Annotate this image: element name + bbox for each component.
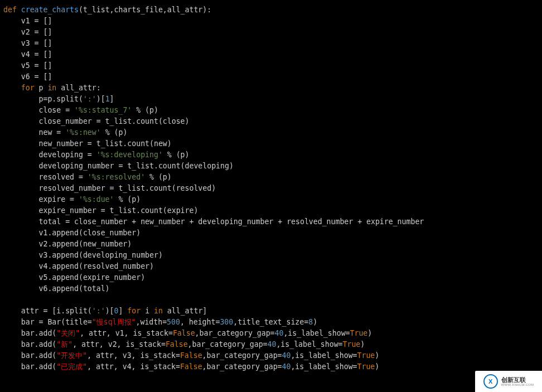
bool-literal: False xyxy=(166,340,188,349)
code-line: v4.append(resolved_number) xyxy=(3,262,154,270)
string-literal: ':' xyxy=(92,307,105,315)
number-literal: 40 xyxy=(282,351,291,360)
code-line: v3 = [] xyxy=(3,39,52,47)
string-literal: '%s:resolved' xyxy=(88,173,145,181)
code-line: resolved = '%s:resolved' % (p) xyxy=(3,173,172,181)
string-literal: ':' xyxy=(83,95,96,103)
logo-cn: 创新互联 xyxy=(501,376,534,383)
code-line: bar.add("已完成", attr, v4, is_stack=False,… xyxy=(3,362,379,371)
string-literal: "慢sql周报" xyxy=(92,318,136,326)
string-literal: '%s:due' xyxy=(79,195,114,204)
code-line: total = close_number + new_number + deve… xyxy=(3,217,424,226)
code-line: attr = [i.split(':')[0] for i in all_att… xyxy=(3,307,207,315)
logo-en: WWW.XNHLW.COM xyxy=(501,383,534,387)
bool-literal: False xyxy=(173,329,195,337)
code-line: new_number = t_list.count(new) xyxy=(3,139,172,148)
bool-literal: True xyxy=(350,329,368,337)
code-line: bar.add("新", attr, v2, is_stack=False,ba… xyxy=(3,340,365,349)
keyword-def: def xyxy=(3,6,17,14)
logo-text: 创新互联 WWW.XNHLW.COM xyxy=(501,376,534,387)
code-line: v3.append(developing_number) xyxy=(3,251,163,259)
code-line: close = '%s:status_7' % (p) xyxy=(3,106,158,114)
code-line: p=p.split(':')[1] xyxy=(3,95,114,103)
keyword-in: in xyxy=(154,307,163,315)
string-literal: '%s:status_7' xyxy=(74,106,132,114)
number-literal: 40 xyxy=(275,329,284,337)
code-line: v1 = [] xyxy=(3,17,52,25)
logo-icon: X xyxy=(483,374,498,389)
string-literal: "关闭" xyxy=(56,329,80,337)
code-line: developing_number = t_list.count(develop… xyxy=(3,162,234,170)
number-literal: 40 xyxy=(268,340,277,349)
code-line: v6.append(total) xyxy=(3,284,110,293)
code-line: for p in all_attr: xyxy=(3,84,101,92)
bool-literal: True xyxy=(357,362,375,371)
code-line: expire_number = t_list.count(expire) xyxy=(3,206,198,215)
code-line: bar.add("关闭", attr, v1, is_stack=False,b… xyxy=(3,329,372,337)
number-literal: 1 xyxy=(105,95,110,103)
string-literal: '%s:developing' xyxy=(96,151,163,159)
bool-literal: False xyxy=(180,362,202,371)
number-literal: 8 xyxy=(308,318,313,326)
bool-literal: True xyxy=(343,340,361,349)
number-literal: 500 xyxy=(167,318,180,326)
code-line: close_number = t_list.count(close) xyxy=(3,117,189,125)
params: (t_list,charts_file,all_attr): xyxy=(79,6,211,14)
code-line: v4 = [] xyxy=(3,50,52,59)
string-literal: "已完成" xyxy=(56,362,87,371)
code-line: v5 = [] xyxy=(3,61,52,70)
function-name: create_charts xyxy=(21,6,79,14)
code-line: v5.append(expire_number) xyxy=(3,273,145,282)
keyword-for: for xyxy=(21,84,35,92)
code-line: v1.append(close_number) xyxy=(3,229,141,237)
code-line: expire = '%s:due' % (p) xyxy=(3,195,141,204)
keyword-in: in xyxy=(47,84,56,92)
watermark-logo: X 创新互联 WWW.XNHLW.COM xyxy=(475,371,542,392)
code-line: v2 = [] xyxy=(3,28,52,36)
bool-literal: False xyxy=(180,351,202,360)
code-line: v6 = [] xyxy=(3,72,52,81)
number-literal: 300 xyxy=(220,318,233,326)
code-line: resolved_number = t_list.count(resolved) xyxy=(3,184,216,192)
string-literal: "开发中" xyxy=(56,351,87,360)
code-line: v2.append(new_number) xyxy=(3,240,132,248)
bool-literal: True xyxy=(357,351,375,360)
code-line: new = '%s:new' % (p) xyxy=(3,128,127,137)
code-line: developing = '%s:developing' % (p) xyxy=(3,151,189,159)
string-literal: '%s:new' xyxy=(65,128,101,137)
number-literal: 40 xyxy=(282,362,291,371)
code-line: bar = Bar(title="慢sql周报",width=500, heig… xyxy=(3,318,317,326)
code-block: def create_charts(t_list,charts_file,all… xyxy=(0,0,542,377)
code-line: def create_charts(t_list,charts_file,all… xyxy=(3,6,211,14)
keyword-for: for xyxy=(127,307,141,315)
string-literal: "新" xyxy=(56,340,72,349)
code-line: bar.add("开发中", attr, v3, is_stack=False,… xyxy=(3,351,379,360)
